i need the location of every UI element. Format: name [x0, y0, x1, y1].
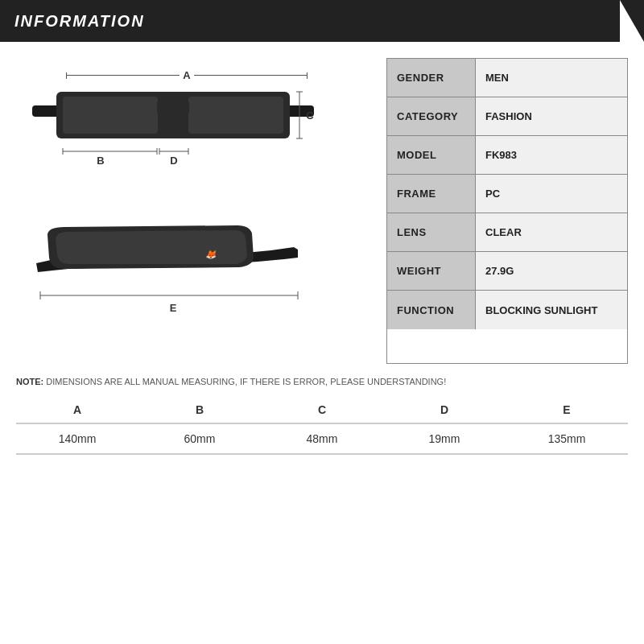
- spec-key-6: FUNCTION: [387, 291, 476, 329]
- dims-value-C: 48mm: [261, 432, 383, 445]
- note-body: DIMENSIONS ARE ALL MANUAL MEASURING, IF …: [46, 377, 446, 386]
- dims-values-row: 140mm60mm48mm19mm135mm: [16, 424, 628, 455]
- glasses-top-view: B D C: [32, 77, 314, 182]
- spec-row: CATEGORY FASHION: [387, 97, 627, 136]
- svg-text:D: D: [170, 155, 177, 167]
- dims-header-B: B: [138, 403, 261, 416]
- dims-value-B: 60mm: [138, 432, 261, 445]
- spec-val-5: 27.9G: [476, 252, 627, 290]
- glasses-side-view: 🦊 E: [20, 203, 318, 332]
- collapse-icon[interactable]: ▼: [618, 14, 630, 27]
- dimensions-table: ABCDE 140mm60mm48mm19mm135mm: [16, 403, 628, 455]
- dims-header-row: ABCDE: [16, 403, 628, 424]
- svg-rect-3: [63, 97, 158, 134]
- spec-row: LENS CLEAR: [387, 213, 627, 252]
- specs-table: GENDER MEN CATEGORY FASHION MODEL FK983 …: [386, 58, 628, 364]
- note-prefix: NOTE:: [16, 377, 43, 386]
- svg-text:C: C: [306, 109, 314, 122]
- svg-rect-5: [157, 101, 189, 114]
- svg-rect-4: [188, 97, 283, 134]
- page-header: INFORMATION ▼: [0, 0, 644, 42]
- svg-text:B: B: [97, 155, 104, 167]
- spec-val-2: FK983: [476, 136, 627, 174]
- spec-val-1: FASHION: [476, 97, 627, 135]
- dims-value-E: 135mm: [506, 432, 628, 445]
- spec-val-6: BLOCKING SUNLIGHT: [476, 291, 627, 329]
- spec-val-4: CLEAR: [476, 213, 627, 251]
- note-section: NOTE: DIMENSIONS ARE ALL MANUAL MEASURIN…: [0, 364, 644, 389]
- dims-value-D: 19mm: [383, 432, 506, 445]
- svg-rect-0: [32, 105, 60, 117]
- dims-header-E: E: [506, 403, 628, 416]
- spec-row: MODEL FK983: [387, 136, 627, 175]
- svg-text:E: E: [170, 302, 177, 314]
- spec-row: FUNCTION BLOCKING SUNLIGHT: [387, 291, 627, 329]
- spec-row: WEIGHT 27.9G: [387, 252, 627, 291]
- spec-key-2: MODEL: [387, 136, 476, 174]
- top-view-diagram: A: [24, 58, 322, 195]
- dims-value-A: 140mm: [16, 432, 138, 445]
- header-title: INFORMATION: [14, 12, 145, 31]
- side-view-diagram: 🦊 E: [20, 203, 318, 332]
- spec-key-3: FRAME: [387, 175, 476, 213]
- main-content: A: [0, 42, 644, 364]
- spec-key-0: GENDER: [387, 59, 476, 97]
- spec-val-3: PC: [476, 175, 627, 213]
- diagram-area: A: [16, 58, 370, 364]
- spec-row: GENDER MEN: [387, 59, 627, 97]
- dims-header-D: D: [383, 403, 506, 416]
- spec-row: FRAME PC: [387, 175, 627, 213]
- dims-header-A: A: [16, 403, 138, 416]
- spec-key-5: WEIGHT: [387, 252, 476, 290]
- spec-key-4: LENS: [387, 213, 476, 251]
- note-text: NOTE: DIMENSIONS ARE ALL MANUAL MEASURIN…: [16, 375, 628, 389]
- spec-val-0: MEN: [476, 59, 627, 97]
- dims-header-C: C: [261, 403, 383, 416]
- spec-key-1: CATEGORY: [387, 97, 476, 135]
